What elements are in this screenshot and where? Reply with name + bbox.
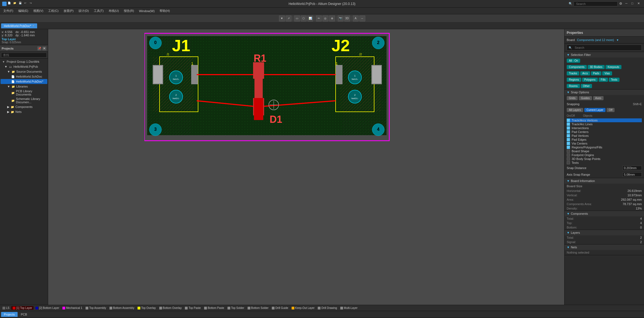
snap-check-6[interactable]: ✓ [567, 142, 570, 145]
tool-dim[interactable]: ↔ [359, 15, 365, 21]
snap-check-0[interactable]: ✓ [567, 119, 570, 122]
filter-vias[interactable]: Vias [602, 71, 612, 75]
bottom-tab-pcb[interactable]: PCB [18, 312, 30, 317]
filter-icon[interactable]: ▼ [616, 39, 619, 42]
canvas-area[interactable]: 1 1 J1 J2 J1 J2 R1 [48, 29, 564, 305]
layer-multi[interactable]: Multi-Layer [339, 306, 359, 310]
selection-filter-header[interactable]: ▼ Selection Filter [564, 52, 644, 58]
menu-project[interactable]: 工程(C) [46, 8, 61, 13]
filter-components[interactable]: Components [567, 65, 587, 69]
menu-place[interactable]: 放置(P) [61, 8, 76, 13]
open-icon[interactable]: 📁 [13, 2, 18, 6]
layer-topsolder[interactable]: Top Solder [226, 306, 246, 310]
panel-pin[interactable]: 📌 [37, 47, 41, 50]
menu-report[interactable]: 报告(R) [122, 8, 136, 13]
filter-3d-bodies[interactable]: 3D Bodies [588, 65, 605, 69]
tree-item-2[interactable]: ▼ 📁 Source Documents [1, 69, 47, 74]
redo-icon[interactable]: ↪ [30, 2, 34, 6]
layer-bottomsolder[interactable]: Bottom Solder [246, 306, 270, 310]
snap-check-8[interactable] [567, 150, 570, 153]
layer-mech1[interactable]: Mechanical 1 [61, 306, 84, 310]
filter-all-on-btn[interactable]: All - On [567, 59, 580, 63]
filter-pads[interactable]: Pads [591, 71, 602, 75]
title-search-input[interactable] [574, 1, 618, 6]
snap-check-2[interactable]: ✓ [567, 126, 570, 130]
snap-current-layer-btn[interactable]: Current Layer [584, 108, 605, 112]
properties-search-input[interactable] [573, 45, 640, 50]
tree-item-9[interactable]: ▶ 📁 Nets [1, 109, 47, 114]
tool-interactive-route[interactable]: ↗ [286, 15, 292, 21]
layer-bottomassembly[interactable]: Bottom Assembly [108, 306, 136, 310]
nets-info-header[interactable]: ▼ Nets [564, 244, 644, 250]
panel-close-btn[interactable]: ✕ [42, 47, 46, 50]
settings-icon[interactable]: ⚙ [619, 2, 624, 6]
layer-bottompaste[interactable]: Bottom Paste [203, 306, 226, 310]
tab-pcbdoc[interactable]: HelloWorld.PcbDoc* ✕ [1, 23, 37, 28]
snap-grids-btn[interactable]: Grids [567, 96, 578, 100]
filter-keepouts[interactable]: Keepouts [605, 65, 621, 69]
undo-icon[interactable]: ↩ [24, 2, 29, 6]
tool-3d[interactable]: 3D [344, 15, 350, 21]
layer-bottom[interactable]: [2] Bottom Layer [34, 306, 61, 310]
filter-polygons[interactable]: Polygons [582, 78, 598, 82]
tool-pad[interactable]: ⊕ [329, 15, 335, 21]
tool-text[interactable]: A [353, 15, 359, 21]
snap-axes-btn[interactable]: Axes [593, 96, 604, 100]
tree-item-4[interactable]: 📄 HelloWorld.PcbDoc* [1, 79, 47, 84]
tool-edit[interactable]: ✏ [316, 15, 322, 21]
layer-topoverlay[interactable]: Top Overlay [136, 306, 157, 310]
maximize-icon[interactable]: □ [631, 2, 636, 6]
menu-help[interactable]: 帮助(H) [157, 8, 172, 13]
project-search-input[interactable] [1, 53, 47, 58]
snap-check-11[interactable] [567, 161, 570, 164]
tab-close[interactable]: ✕ [32, 24, 34, 27]
snap-check-5[interactable]: ✓ [567, 138, 570, 141]
tool-chart[interactable]: 📊 [307, 15, 313, 21]
tool-poly[interactable]: ⬡ [301, 15, 307, 21]
save-icon[interactable]: 💾 [19, 2, 23, 6]
board-info-header[interactable]: ▼ Board Information [564, 178, 644, 184]
filter-texts[interactable]: Texts [609, 78, 620, 82]
layer-top[interactable]: [1] Top Layer [11, 306, 34, 310]
minimize-icon[interactable]: ─ [625, 2, 630, 6]
layer-drilldrawing[interactable]: Drill Drawing [316, 306, 338, 310]
close-icon[interactable]: ✕ [637, 2, 642, 6]
tree-item-0[interactable]: ▼ Project Group 1.DsnWrk [1, 59, 47, 64]
menu-window[interactable]: Window(W) [137, 9, 157, 13]
tool-filter[interactable]: ▼ [279, 15, 285, 21]
menu-design[interactable]: 设计(D) [76, 8, 91, 13]
tree-item-6[interactable]: 📁 PCB Library Documents [1, 89, 47, 97]
tool-via[interactable]: ◎ [322, 15, 328, 21]
layer-topassembly[interactable]: Top Assembly [84, 306, 108, 310]
layer-bottomoverlay[interactable]: Bottom Overlay [158, 306, 183, 310]
menu-route[interactable]: 布线(U) [106, 8, 121, 13]
bottom-tab-projects[interactable]: Projects [1, 312, 18, 317]
menu-file[interactable]: 文件(F) [1, 8, 15, 13]
pcb-svg[interactable]: 1 1 J1 J2 J1 J2 R1 [144, 32, 392, 145]
layer-toppaste[interactable]: Top Paste [183, 306, 202, 310]
axis-snap-input[interactable] [623, 172, 642, 177]
board-components-link[interactable]: Components (and 12 more) [577, 38, 614, 42]
snap-guides-btn[interactable]: Guides [579, 96, 592, 100]
filter-regions[interactable]: Regions [567, 78, 581, 82]
snap-options-header[interactable]: ▼ Snap Options [564, 89, 644, 95]
snap-check-7[interactable]: ✓ [567, 146, 570, 149]
snap-check-10[interactable] [567, 157, 570, 161]
snap-distance-input[interactable] [623, 166, 642, 170]
tree-item-7[interactable]: 📁 Schematic Library Documen... [1, 97, 47, 104]
filter-rooms[interactable]: Rooms [567, 84, 580, 88]
tree-item-8[interactable]: ▶ 📁 Components [1, 104, 47, 109]
snap-check-1[interactable]: ✓ [567, 123, 570, 126]
menu-view[interactable]: 视图(V) [31, 8, 46, 13]
filter-fills[interactable]: Fills [599, 78, 608, 82]
tree-item-1[interactable]: ▼ 🗂 HelloWorld.PrjPcb [1, 64, 47, 69]
snap-all-layers-btn[interactable]: All Layers [567, 108, 583, 112]
filter-arcs[interactable]: Arcs [580, 71, 590, 75]
layer-drillguide[interactable]: Drill Guide [270, 306, 290, 310]
tool-camera[interactable]: 📷 [338, 15, 344, 21]
layer-keepout[interactable]: Keep-Out Layer [290, 306, 316, 310]
filter-other[interactable]: Other [581, 84, 592, 88]
menu-edit[interactable]: 编辑(E) [16, 8, 31, 13]
snap-check-3[interactable]: ✓ [567, 130, 570, 134]
snap-check-4[interactable]: ✓ [567, 134, 570, 137]
